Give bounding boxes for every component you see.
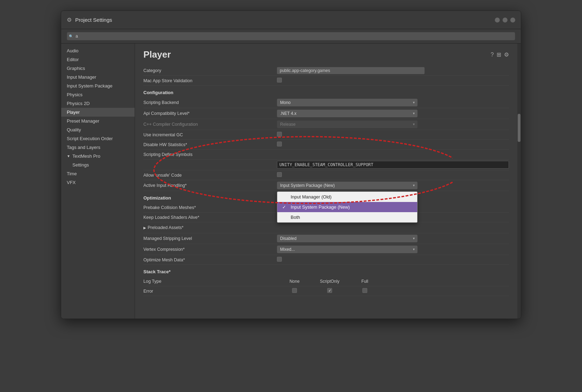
label-category: Category xyxy=(143,68,277,73)
value-unsafe-code xyxy=(277,172,509,178)
sidebar-item-textmesh-pro[interactable]: ▼TextMesh Pro xyxy=(61,152,135,161)
window-btn-3[interactable] xyxy=(510,18,515,22)
sidebar-label-audio: Audio xyxy=(67,48,78,53)
main-content: Player ? ⊞ ⚙ Category public.app-categor… xyxy=(135,44,517,319)
title-bar: ⚙ Project Settings xyxy=(61,11,521,29)
window-btn-1[interactable] xyxy=(495,18,500,22)
dropdown-managed-stripping[interactable]: Disabled xyxy=(277,235,418,242)
sidebar-item-quality[interactable]: Quality xyxy=(61,125,135,134)
sidebar-item-physics[interactable]: Physics xyxy=(61,90,135,99)
sidebar-item-script-execution-order[interactable]: Script Execution Order xyxy=(61,134,135,143)
active-input-dropdown-popup: Input Manager (Old) ✓ Input System Packa… xyxy=(277,191,418,223)
window-btn-2[interactable] xyxy=(503,18,507,22)
sidebar-label-quality: Quality xyxy=(67,127,81,132)
sidebar-item-player[interactable]: Player xyxy=(61,108,135,117)
row-category: Category public.app-category.games xyxy=(143,66,509,76)
sidebar-item-settings[interactable]: Settings xyxy=(61,161,135,169)
sidebar-item-vfx[interactable]: VFX xyxy=(61,178,135,187)
sidebar-label-editor: Editor xyxy=(67,57,79,62)
dropdown-wrapper-cpp-compiler: Release xyxy=(277,120,418,128)
checkbox-mac-validation[interactable] xyxy=(277,78,282,83)
sidebar-item-time[interactable]: Time xyxy=(61,169,135,178)
dropdown-api-compat[interactable]: .NET 4.x xyxy=(277,110,418,117)
project-settings-window: ⚙ Project Settings Audio Editor Graphics… xyxy=(61,11,521,319)
row-cpp-compiler: C++ Compiler Configuration Release xyxy=(143,119,509,130)
search-input[interactable] xyxy=(67,32,515,40)
label-unsafe-code: Allow 'unsafe' Code xyxy=(143,173,277,178)
sidebar-item-physics-2d[interactable]: Physics 2D xyxy=(61,99,135,108)
sidebar-item-graphics[interactable]: Graphics xyxy=(61,64,135,73)
dropdown-option-both[interactable]: Both xyxy=(277,212,417,222)
window-title: Project Settings xyxy=(75,17,112,23)
row-active-input-handling: Active Input Handling* Input System Pack… xyxy=(143,180,509,191)
label-cpp-compiler: C++ Compiler Configuration xyxy=(143,122,277,127)
value-scripting-define-input xyxy=(277,161,509,169)
checkbox-unsafe-code[interactable] xyxy=(277,172,282,177)
label-incremental-gc: Use incremental GC xyxy=(143,132,277,137)
dropdown-option-input-system-new[interactable]: ✓ Input System Package (New) xyxy=(277,202,417,212)
label-prebake-collision: Prebake Collision Meshes* xyxy=(143,205,277,210)
sidebar-item-input-system-package[interactable]: Input System Package xyxy=(61,81,135,90)
settings-icon[interactable]: ⚙ xyxy=(504,51,509,58)
sidebar-label-preset-manager: Preset Manager xyxy=(67,118,99,124)
scripting-define-input[interactable] xyxy=(277,161,509,169)
label-hw-statistics: Disable HW Statistics* xyxy=(143,142,277,147)
value-scripting-backend: Mono xyxy=(277,99,509,106)
option-label-input-manager-old: Input Manager (Old) xyxy=(291,194,331,200)
scrollbar[interactable] xyxy=(517,44,521,319)
row-log-type-header: Log Type None ScriptOnly Full xyxy=(143,276,509,286)
checkmark-selected: ✓ xyxy=(282,204,288,210)
sidebar-label-physics: Physics xyxy=(67,92,83,97)
error-full-col xyxy=(347,288,382,294)
checkbox-hw-statistics[interactable] xyxy=(277,142,282,146)
toggle-preloaded-assets[interactable]: ▶ Preloaded Assets* xyxy=(143,224,273,231)
sidebar-label-textmesh-pro: TextMesh Pro xyxy=(72,153,100,159)
value-managed-stripping: Disabled xyxy=(277,235,509,242)
label-preloaded-assets: ▶ Preloaded Assets* xyxy=(143,224,277,231)
col-full: Full xyxy=(347,279,382,284)
label-managed-stripping: Managed Stripping Level xyxy=(143,236,277,241)
header-icons: ? ⊞ ⚙ xyxy=(491,51,509,58)
sidebar-label-script-execution-order: Script Execution Order xyxy=(67,136,113,141)
sidebar-item-editor[interactable]: Editor xyxy=(61,55,135,64)
error-none-col xyxy=(277,288,312,294)
label-api-compat: Api Compatibility Level* xyxy=(143,111,277,116)
dropdown-wrapper-api-compat: .NET 4.x xyxy=(277,110,418,117)
help-icon[interactable]: ? xyxy=(491,52,494,58)
label-mac-validation: Mac App Store Validation xyxy=(143,78,277,83)
scrollbar-thumb[interactable] xyxy=(518,114,520,142)
checkbox-error-scriptonly[interactable] xyxy=(327,288,332,293)
label-keep-loaded-shaders: Keep Loaded Shaders Alive* xyxy=(143,215,277,220)
sidebar-item-audio[interactable]: Audio xyxy=(61,46,135,55)
sidebar-item-input-manager[interactable]: Input Manager xyxy=(61,73,135,81)
log-type-cols: None ScriptOnly Full xyxy=(277,279,509,284)
error-scriptonly-col xyxy=(312,288,347,294)
row-mac-validation: Mac App Store Validation xyxy=(143,76,509,86)
search-wrapper xyxy=(67,32,515,40)
row-unsafe-code: Allow 'unsafe' Code xyxy=(143,170,509,180)
error-cols xyxy=(277,288,509,294)
dropdown-cpp-compiler[interactable]: Release xyxy=(277,120,418,128)
dropdown-scripting-backend[interactable]: Mono xyxy=(277,99,418,106)
sidebar-label-physics-2d: Physics 2D xyxy=(67,101,90,106)
sidebar-label-tags-and-layers: Tags and Layers xyxy=(67,145,100,150)
sidebar-item-preset-manager[interactable]: Preset Manager xyxy=(61,117,135,125)
sidebar-label-player: Player xyxy=(67,110,80,115)
dropdown-active-input[interactable]: Input System Package (New) xyxy=(277,182,418,189)
layout-icon[interactable]: ⊞ xyxy=(497,51,501,58)
dropdown-vertex-compression[interactable]: Mixed... xyxy=(277,246,418,253)
checkbox-incremental-gc[interactable] xyxy=(277,132,282,137)
checkbox-error-full[interactable] xyxy=(362,288,367,293)
checkbox-optimize-mesh[interactable] xyxy=(277,257,282,262)
title-bar-left: ⚙ Project Settings xyxy=(67,17,112,23)
option-label-input-system-new: Input System Package (New) xyxy=(291,204,350,210)
value-active-input-handling: Input System Package (New) Input Manager… xyxy=(277,182,509,189)
dropdown-option-input-manager-old[interactable]: Input Manager (Old) xyxy=(277,192,417,202)
sidebar-item-tags-and-layers[interactable]: Tags and Layers xyxy=(61,143,135,152)
section-configuration: Configuration xyxy=(143,90,509,95)
row-preloaded-assets: ▶ Preloaded Assets* xyxy=(143,222,509,233)
checkbox-error-none[interactable] xyxy=(292,288,297,293)
label-scripting-define: Scripting Define Symbols xyxy=(143,152,277,157)
row-optimize-mesh: Optimize Mesh Data* xyxy=(143,255,509,265)
value-api-compat: .NET 4.x xyxy=(277,110,509,117)
